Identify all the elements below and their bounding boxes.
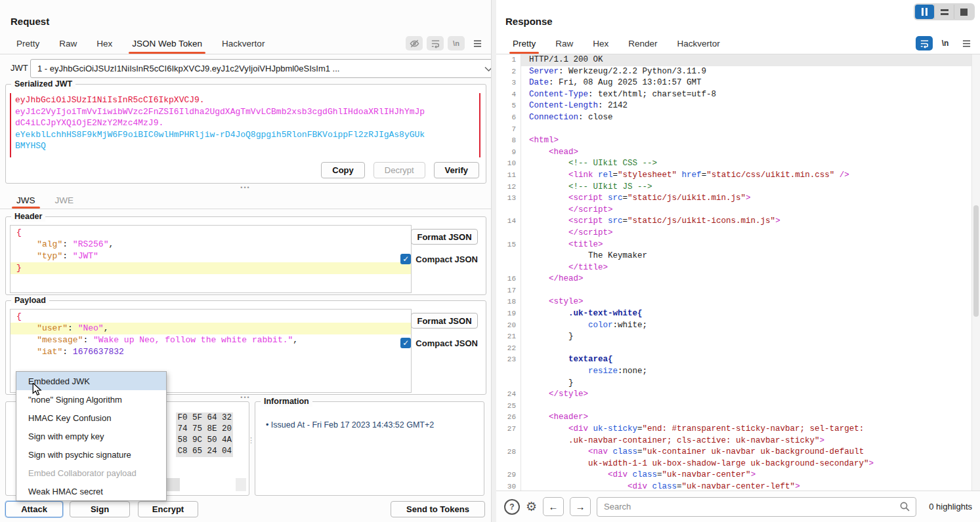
jws-header-group: Header { "alg": "RS256", "typ": "JWT"} F… — [5, 216, 486, 295]
request-panel-title: Request — [11, 16, 49, 27]
jws-header-editor[interactable]: { "alg": "RS256", "typ": "JWT"} — [10, 225, 412, 293]
splitter-handle[interactable]: ••• — [0, 185, 491, 190]
response-tabbar: Pretty Raw Hex Render Hackvertor \n — [496, 34, 980, 54]
serialized-jwt-group: Serialized JWT eyJhbGciOiJSUzI1NiIsInR5c… — [5, 84, 486, 184]
decrypt-button: Decrypt — [373, 162, 425, 178]
check-icon: ✓ — [402, 338, 409, 348]
send-to-tokens-button[interactable]: Send to Tokens — [391, 501, 485, 517]
stop-icon — [960, 9, 968, 16]
splitter-handle[interactable]: ⋮ — [247, 438, 253, 442]
editor-menu-icon[interactable] — [469, 36, 486, 50]
newline-glyph-icon[interactable]: \n — [937, 36, 954, 50]
hex-scrollbar-corner — [236, 478, 246, 491]
jws-header-group-title: Header — [11, 211, 45, 222]
pause-button[interactable] — [915, 5, 934, 19]
help-icon[interactable]: ? — [504, 499, 520, 515]
request-tab-hex[interactable]: Hex — [87, 34, 122, 54]
attack-button[interactable]: Attack — [5, 501, 63, 517]
header-compact-json-label: Compact JSON — [415, 254, 478, 264]
tab-jwe[interactable]: JWE — [45, 191, 84, 209]
sign-button[interactable]: Sign — [70, 501, 130, 517]
response-scrollbar-thumb[interactable] — [973, 205, 979, 317]
gear-icon[interactable]: ⚙ — [526, 500, 537, 513]
mouse-cursor — [32, 383, 43, 399]
payload-compact-json-label: Compact JSON — [415, 338, 478, 348]
copy-button[interactable]: Copy — [321, 162, 365, 178]
search-icon — [899, 501, 910, 515]
issued-at-info: Issued At - Fri Feb 17 2023 14:43:52 GMT… — [266, 420, 434, 430]
response-tab-hackvertor[interactable]: Hackvertor — [668, 34, 730, 54]
information-group-title: Information — [261, 396, 312, 407]
information-group: Information Issued At - Fri Feb 17 2023 … — [255, 401, 484, 496]
word-wrap-icon[interactable] — [916, 36, 933, 50]
intercept-button-group — [914, 3, 975, 20]
menu-item-sign-with-psychic-signature[interactable]: Sign with psychic signature — [16, 445, 166, 464]
editor-menu-icon[interactable] — [958, 36, 975, 50]
response-scrollbar[interactable] — [971, 54, 980, 491]
response-search-bar: ? ⚙ ← → 0 highlights — [496, 491, 980, 522]
search-previous-button[interactable]: ← — [543, 497, 564, 516]
serialized-jwt-text[interactable]: eyJhbGciOiJSUzI1NiIsInR5cCI6IkpXVCJ9.eyJ… — [10, 93, 480, 157]
request-tabbar: Pretty Raw Hex JSON Web Token Hackvertor… — [0, 34, 491, 54]
search-input[interactable] — [597, 497, 916, 517]
jwt-selector-label: JWT — [11, 63, 28, 73]
header-format-json-button[interactable]: Format JSON — [411, 229, 478, 245]
stop-button[interactable] — [954, 5, 973, 19]
verify-button[interactable]: Verify — [434, 162, 479, 178]
request-panel: Request Pretty Raw Hex JSON Web Token Ha… — [0, 0, 491, 522]
request-tab-json-web-token[interactable]: JSON Web Token — [122, 34, 212, 54]
request-tab-raw[interactable]: Raw — [49, 34, 87, 54]
response-tab-pretty[interactable]: Pretty — [503, 34, 545, 54]
menu-item-hmac-key-confusion[interactable]: HMAC Key Confusion — [16, 409, 166, 427]
response-tab-raw[interactable]: Raw — [545, 34, 583, 54]
request-tab-hackvertor[interactable]: Hackvertor — [212, 34, 274, 54]
hide-nonprintable-icon[interactable] — [406, 36, 423, 50]
search-next-button[interactable]: → — [570, 497, 591, 516]
jwt-selector-value: 1 - eyJhbGciOiJSUzI1NiIsInR5cCI6IkpXVCJ9… — [37, 64, 339, 73]
check-icon: ✓ — [402, 254, 409, 264]
header-compact-json-checkbox[interactable]: ✓ — [400, 254, 411, 264]
serialized-jwt-group-title: Serialized JWT — [11, 79, 75, 89]
payload-format-json-button[interactable]: Format JSON — [411, 313, 478, 329]
payload-compact-json-checkbox[interactable]: ✓ — [400, 338, 411, 348]
response-tab-render[interactable]: Render — [618, 34, 667, 54]
queue-button[interactable] — [934, 5, 954, 19]
highlights-count: 0 highlights — [929, 502, 972, 512]
word-wrap-icon[interactable] — [427, 36, 444, 50]
menu-item-embed-collaborator-payload: Embed Collaborator payload — [16, 464, 166, 482]
queue-icon — [941, 8, 948, 16]
request-tab-pretty[interactable]: Pretty — [7, 34, 49, 54]
jwt-selector-dropdown[interactable]: 1 - eyJhbGciOiJSUzI1NiIsInR5cCI6IkpXVCJ9… — [30, 59, 499, 78]
response-tab-hex[interactable]: Hex — [583, 34, 618, 54]
menu-item-sign-with-empty-key[interactable]: Sign with empty key — [16, 427, 166, 445]
response-panel: Response Pretty Raw Hex Render Hackverto… — [496, 0, 980, 522]
tab-jws[interactable]: JWS — [7, 191, 45, 209]
jws-jwe-tabbar: JWS JWE — [0, 191, 491, 209]
encrypt-button[interactable]: Encrypt — [138, 501, 198, 517]
newline-glyph-icon[interactable]: \n — [448, 36, 465, 50]
menu-item-weak-hmac-secret[interactable]: Weak HMAC secret — [16, 482, 166, 500]
jws-payload-group-title: Payload — [11, 295, 49, 306]
response-panel-title: Response — [505, 16, 553, 27]
response-code[interactable]: 1HTTP/1.1 200 OK2Server: Werkzeug/2.2.2 … — [496, 54, 972, 491]
